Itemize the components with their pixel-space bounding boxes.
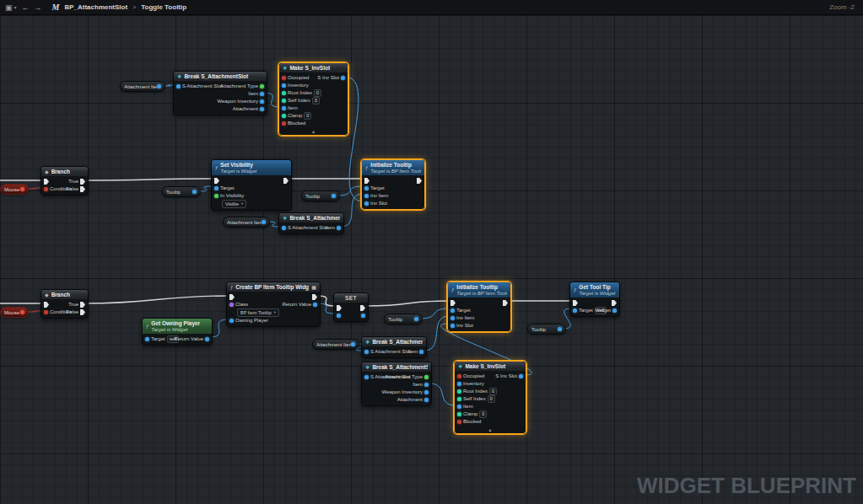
- inv-slot-pin[interactable]: [364, 201, 369, 206]
- exec-exec-pin[interactable]: [44, 179, 49, 185]
- attachment-type-pin[interactable]: [260, 84, 264, 88]
- node-get-owning-player[interactable]: ƒGet Owning PlayerTarget is WidgetTarget…: [142, 318, 213, 346]
- inventory-pin[interactable]: [457, 382, 461, 386]
- node-create-bp-item-tooltip-widget[interactable]: ƒCreate BP Item Tooltip Widget▦ClassBP I…: [226, 281, 321, 327]
- output-pin[interactable]: [332, 194, 336, 198]
- item-pin[interactable]: [282, 106, 286, 110]
- item-pin[interactable]: [337, 226, 341, 230]
- output-pin[interactable]: [192, 190, 197, 194]
- return-value-pin[interactable]: [313, 303, 317, 307]
- node-initialize-tooltip-2[interactable]: ƒInitialize TooltipTarget is BP Item Too…: [447, 281, 511, 332]
- blueprint-graph-canvas[interactable]: ❖Break S_AttachmentSlotS Attachment Slot…: [0, 15, 863, 504]
- attachment-type-pin[interactable]: [424, 375, 429, 379]
- root-index-pin[interactable]: [457, 389, 461, 394]
- target-pin[interactable]: [573, 308, 577, 313]
- output-pin[interactable]: [558, 327, 562, 331]
- pin-default-value[interactable]: 0: [488, 395, 495, 403]
- in-visibility-pin[interactable]: [214, 194, 218, 198]
- variable-pill-tooltip-2[interactable]: Tooltip: [301, 190, 340, 201]
- variable-pill-tooltip-1[interactable]: Tooltip: [162, 186, 201, 197]
- collapse-arrow-icon[interactable]: ▲: [279, 129, 348, 135]
- target-pin[interactable]: [364, 186, 369, 190]
- output-pin[interactable]: [20, 187, 24, 191]
- node-set-tooltip[interactable]: SET: [333, 292, 369, 322]
- attachment-pin[interactable]: [424, 398, 429, 402]
- node-break-attachmentslot-2[interactable]: ❖Break S_AttachmentSlotS Attachment Slot…: [361, 362, 432, 406]
- node-make-invslot-2[interactable]: ❖Make S_InvSlotOccupiedInventoryRoot Ind…: [454, 361, 526, 434]
- back-icon[interactable]: ←: [22, 0, 30, 15]
- blocked-pin[interactable]: [282, 121, 286, 126]
- inv-item-pin[interactable]: [450, 316, 455, 320]
- inventory-pin[interactable]: [282, 83, 286, 88]
- node-set-visibility[interactable]: ƒSet VisibilityTarget is WidgetTargetIn …: [211, 159, 292, 211]
- forward-icon[interactable]: →: [35, 0, 42, 15]
- variable-pill-tooltip-3[interactable]: Tooltip: [384, 314, 423, 324]
- variable-pill-mouse-over-2[interactable]: Mouse Over: [0, 307, 29, 318]
- inv-slot-pin[interactable]: [450, 324, 455, 328]
- target-pin[interactable]: [450, 308, 455, 313]
- node-get-tool-tip[interactable]: ƒGet Tool TipTarget is WidgetTargetselfW…: [569, 281, 620, 317]
- variable-pill-attachment-item-2[interactable]: Attachment Item: [223, 217, 270, 228]
- weapon-inventory-pin[interactable]: [260, 99, 264, 104]
- right-pin[interactable]: [361, 314, 365, 318]
- class-dropdown[interactable]: BP Item Tooltip▾: [237, 308, 279, 317]
- attachment-pin[interactable]: [260, 107, 264, 111]
- exec-exec-pin[interactable]: [214, 178, 219, 184]
- self-index-pin[interactable]: [282, 99, 286, 103]
- s-inv-slot-pin[interactable]: [519, 374, 523, 378]
- false-exec-pin[interactable]: [80, 186, 85, 192]
- owning-player-pin[interactable]: [229, 319, 234, 323]
- blocked-pin[interactable]: [457, 420, 461, 424]
- exec-exec-pin[interactable]: [337, 305, 342, 311]
- exec-exec-pin[interactable]: [360, 305, 365, 311]
- exec-exec-pin[interactable]: [450, 300, 456, 306]
- item-pin[interactable]: [260, 92, 264, 96]
- output-pin[interactable]: [20, 310, 24, 314]
- exec-exec-pin[interactable]: [612, 300, 617, 306]
- clamp-pin[interactable]: [282, 114, 286, 118]
- node-make-invslot-1[interactable]: ❖Make S_InvSlotOccupiedInventoryRoot Ind…: [278, 62, 348, 136]
- widget-pin[interactable]: [612, 308, 617, 313]
- breadcrumb-root[interactable]: BP_AttachmentSlot: [64, 3, 127, 11]
- occupied-pin[interactable]: [457, 374, 461, 378]
- variable-pill-attachment-item-3[interactable]: Attachment Item: [312, 339, 359, 350]
- s-attachment-slot-pin[interactable]: [364, 350, 369, 354]
- node-branch-1[interactable]: ◆BranchConditionTrueFalse: [40, 166, 89, 196]
- clamp-pin[interactable]: [457, 412, 461, 416]
- s-inv-slot-pin[interactable]: [341, 76, 345, 80]
- class-pin[interactable]: [229, 303, 234, 307]
- collapse-arrow-icon[interactable]: ▲: [455, 427, 526, 433]
- breadcrumb-current[interactable]: Toggle Tooltip: [141, 3, 186, 11]
- left-pin[interactable]: [337, 314, 341, 318]
- root-index-pin[interactable]: [282, 91, 286, 95]
- menu-dropdown-caret-icon[interactable]: ▾: [14, 4, 17, 10]
- variable-pill-attachment-item-1[interactable]: Attachment Item: [120, 81, 165, 92]
- target-pin[interactable]: [214, 186, 218, 190]
- s-attachment-slot-pin[interactable]: [364, 375, 369, 379]
- self-index-pin[interactable]: [457, 397, 461, 401]
- item-pin[interactable]: [457, 405, 461, 409]
- in-visibility-dropdown[interactable]: Visible▾: [222, 200, 246, 208]
- occupied-pin[interactable]: [282, 76, 286, 80]
- pin-default-value[interactable]: 0: [479, 410, 487, 418]
- output-pin[interactable]: [414, 317, 418, 321]
- variable-pill-tooltip-4[interactable]: Tooltip: [527, 324, 566, 335]
- node-break-attachmentslot-compact-2[interactable]: ❖Break S_AttachmentSlotS Attachment Slot…: [361, 336, 427, 358]
- exec-exec-pin[interactable]: [364, 178, 369, 184]
- s-attachment-slot-pin[interactable]: [176, 84, 181, 88]
- weapon-inventory-pin[interactable]: [424, 390, 429, 394]
- condition-pin[interactable]: [44, 187, 48, 191]
- item-pin[interactable]: [419, 350, 423, 354]
- output-pin[interactable]: [262, 220, 266, 224]
- target-pin[interactable]: [145, 337, 149, 341]
- output-pin[interactable]: [351, 342, 355, 346]
- node-break-attachmentslot-1[interactable]: ❖Break S_AttachmentSlotS Attachment Slot…: [173, 71, 267, 115]
- inv-item-pin[interactable]: [364, 194, 369, 198]
- exec-exec-pin[interactable]: [283, 178, 289, 184]
- s-attachment-slot-pin[interactable]: [282, 226, 286, 230]
- pin-default-value[interactable]: 0: [304, 112, 311, 120]
- exec-exec-pin[interactable]: [417, 178, 422, 184]
- exec-exec-pin[interactable]: [503, 300, 508, 306]
- exec-exec-pin[interactable]: [573, 300, 578, 306]
- exec-exec-pin[interactable]: [312, 294, 317, 300]
